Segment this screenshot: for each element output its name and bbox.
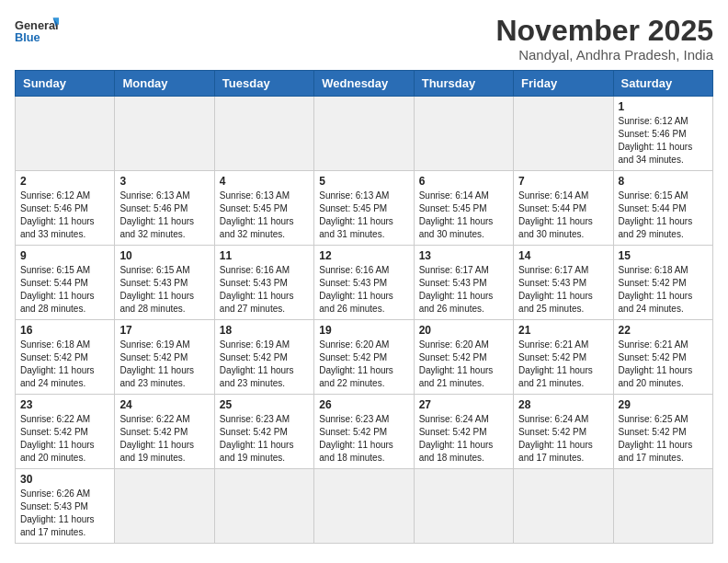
calendar-cell-4-3: 26Sunrise: 6:23 AMSunset: 5:42 PMDayligh… (314, 395, 414, 469)
day-number: 10 (119, 249, 209, 262)
calendar-cell-4-6: 29Sunrise: 6:25 AMSunset: 5:42 PMDayligh… (613, 395, 712, 469)
calendar-cell-4-1: 24Sunrise: 6:22 AMSunset: 5:42 PMDayligh… (115, 395, 214, 469)
calendar-cell-1-0: 2Sunrise: 6:12 AMSunset: 5:46 PMDaylight… (16, 171, 115, 246)
day-number: 21 (518, 324, 608, 337)
cell-info: Sunrise: 6:22 AMSunset: 5:42 PMDaylight:… (119, 413, 209, 465)
weekday-header-sunday: Sunday (16, 71, 115, 97)
calendar-week-4: 23Sunrise: 6:22 AMSunset: 5:42 PMDayligh… (16, 395, 713, 469)
calendar-cell-5-0: 30Sunrise: 6:26 AMSunset: 5:43 PMDayligh… (16, 469, 115, 544)
calendar-cell-0-5 (514, 97, 613, 171)
calendar-cell-2-3: 12Sunrise: 6:16 AMSunset: 5:43 PMDayligh… (314, 246, 414, 320)
calendar-cell-1-5: 7Sunrise: 6:14 AMSunset: 5:44 PMDaylight… (514, 171, 613, 246)
cell-info: Sunrise: 6:17 AMSunset: 5:43 PMDaylight:… (518, 264, 608, 316)
calendar-cell-5-1 (115, 469, 214, 544)
day-number: 8 (619, 175, 708, 188)
cell-info: Sunrise: 6:21 AMSunset: 5:42 PMDaylight:… (518, 339, 608, 390)
cell-info: Sunrise: 6:19 AMSunset: 5:42 PMDaylight:… (119, 339, 209, 390)
calendar-cell-1-1: 3Sunrise: 6:13 AMSunset: 5:46 PMDaylight… (115, 171, 214, 246)
title-block: November 2025 Nandyal, Andhra Pradesh, I… (495, 15, 713, 63)
day-number: 16 (20, 324, 109, 337)
weekday-header-monday: Monday (115, 71, 214, 97)
calendar-cell-4-4: 27Sunrise: 6:24 AMSunset: 5:42 PMDayligh… (414, 395, 513, 469)
calendar-cell-0-0 (16, 97, 115, 171)
day-number: 12 (319, 249, 408, 262)
day-number: 19 (319, 324, 408, 337)
cell-info: Sunrise: 6:14 AMSunset: 5:45 PMDaylight:… (419, 190, 508, 241)
cell-info: Sunrise: 6:18 AMSunset: 5:42 PMDaylight:… (619, 264, 708, 316)
calendar-week-3: 16Sunrise: 6:18 AMSunset: 5:42 PMDayligh… (16, 320, 713, 395)
calendar-cell-5-6 (613, 469, 712, 544)
cell-info: Sunrise: 6:13 AMSunset: 5:45 PMDaylight:… (220, 190, 309, 241)
cell-info: Sunrise: 6:16 AMSunset: 5:43 PMDaylight:… (220, 264, 309, 316)
cell-info: Sunrise: 6:20 AMSunset: 5:42 PMDaylight:… (419, 339, 508, 390)
day-number: 27 (419, 398, 508, 411)
cell-info: Sunrise: 6:15 AMSunset: 5:43 PMDaylight:… (119, 264, 209, 316)
cell-info: Sunrise: 6:14 AMSunset: 5:44 PMDaylight:… (518, 190, 608, 241)
day-number: 29 (619, 398, 708, 411)
cell-info: Sunrise: 6:23 AMSunset: 5:42 PMDaylight:… (319, 413, 408, 465)
weekday-header-tuesday: Tuesday (214, 71, 313, 97)
cell-info: Sunrise: 6:16 AMSunset: 5:43 PMDaylight:… (319, 264, 408, 316)
weekday-header-wednesday: Wednesday (314, 71, 414, 97)
day-number: 28 (518, 398, 608, 411)
weekday-header-row: SundayMondayTuesdayWednesdayThursdayFrid… (16, 71, 713, 97)
calendar-cell-3-0: 16Sunrise: 6:18 AMSunset: 5:42 PMDayligh… (16, 320, 115, 395)
day-number: 30 (20, 473, 109, 486)
day-number: 13 (419, 249, 508, 262)
day-number: 2 (20, 175, 109, 188)
month-title: November 2025 (495, 15, 713, 47)
logo-icon: General Blue (15, 15, 59, 48)
calendar-cell-2-5: 14Sunrise: 6:17 AMSunset: 5:43 PMDayligh… (514, 246, 613, 320)
cell-info: Sunrise: 6:18 AMSunset: 5:42 PMDaylight:… (20, 339, 109, 390)
cell-info: Sunrise: 6:12 AMSunset: 5:46 PMDaylight:… (619, 115, 708, 167)
calendar-cell-1-6: 8Sunrise: 6:15 AMSunset: 5:44 PMDaylight… (613, 171, 712, 246)
calendar-cell-1-4: 6Sunrise: 6:14 AMSunset: 5:45 PMDaylight… (414, 171, 513, 246)
calendar-cell-0-3 (314, 97, 414, 171)
weekday-header-friday: Friday (514, 71, 613, 97)
day-number: 17 (119, 324, 209, 337)
cell-info: Sunrise: 6:22 AMSunset: 5:42 PMDaylight:… (20, 413, 109, 465)
calendar-cell-0-4 (414, 97, 513, 171)
cell-info: Sunrise: 6:17 AMSunset: 5:43 PMDaylight:… (419, 264, 508, 316)
location: Nandyal, Andhra Pradesh, India (495, 47, 713, 63)
calendar-cell-5-3 (314, 469, 414, 544)
calendar-cell-5-5 (514, 469, 613, 544)
calendar-cell-1-2: 4Sunrise: 6:13 AMSunset: 5:45 PMDaylight… (214, 171, 313, 246)
day-number: 23 (20, 398, 109, 411)
calendar-body: 1Sunrise: 6:12 AMSunset: 5:46 PMDaylight… (16, 97, 713, 544)
calendar-cell-3-1: 17Sunrise: 6:19 AMSunset: 5:42 PMDayligh… (115, 320, 214, 395)
day-number: 24 (119, 398, 209, 411)
day-number: 4 (220, 175, 309, 188)
calendar-cell-2-2: 11Sunrise: 6:16 AMSunset: 5:43 PMDayligh… (214, 246, 313, 320)
calendar-cell-2-0: 9Sunrise: 6:15 AMSunset: 5:44 PMDaylight… (16, 246, 115, 320)
calendar-cell-0-1 (115, 97, 214, 171)
cell-info: Sunrise: 6:15 AMSunset: 5:44 PMDaylight:… (619, 190, 708, 241)
calendar-cell-2-6: 15Sunrise: 6:18 AMSunset: 5:42 PMDayligh… (613, 246, 712, 320)
calendar-cell-1-3: 5Sunrise: 6:13 AMSunset: 5:45 PMDaylight… (314, 171, 414, 246)
day-number: 7 (518, 175, 608, 188)
page-header: General Blue November 2025 Nandyal, Andh… (15, 15, 713, 63)
calendar-cell-4-0: 23Sunrise: 6:22 AMSunset: 5:42 PMDayligh… (16, 395, 115, 469)
cell-info: Sunrise: 6:24 AMSunset: 5:42 PMDaylight:… (518, 413, 608, 465)
cell-info: Sunrise: 6:26 AMSunset: 5:43 PMDaylight:… (20, 488, 109, 539)
cell-info: Sunrise: 6:19 AMSunset: 5:42 PMDaylight:… (220, 339, 309, 390)
calendar-cell-4-5: 28Sunrise: 6:24 AMSunset: 5:42 PMDayligh… (514, 395, 613, 469)
calendar-cell-5-2 (214, 469, 313, 544)
weekday-header-saturday: Saturday (613, 71, 712, 97)
day-number: 18 (220, 324, 309, 337)
day-number: 14 (518, 249, 608, 262)
calendar-cell-3-2: 18Sunrise: 6:19 AMSunset: 5:42 PMDayligh… (214, 320, 313, 395)
calendar-cell-2-1: 10Sunrise: 6:15 AMSunset: 5:43 PMDayligh… (115, 246, 214, 320)
day-number: 6 (419, 175, 508, 188)
calendar-cell-0-6: 1Sunrise: 6:12 AMSunset: 5:46 PMDaylight… (613, 97, 712, 171)
svg-text:Blue: Blue (15, 30, 40, 44)
calendar-table: SundayMondayTuesdayWednesdayThursdayFrid… (15, 70, 713, 544)
calendar-week-0: 1Sunrise: 6:12 AMSunset: 5:46 PMDaylight… (16, 97, 713, 171)
calendar-week-5: 30Sunrise: 6:26 AMSunset: 5:43 PMDayligh… (16, 469, 713, 544)
day-number: 11 (220, 249, 309, 262)
calendar-cell-3-5: 21Sunrise: 6:21 AMSunset: 5:42 PMDayligh… (514, 320, 613, 395)
cell-info: Sunrise: 6:15 AMSunset: 5:44 PMDaylight:… (20, 264, 109, 316)
day-number: 22 (619, 324, 708, 337)
calendar-cell-3-4: 20Sunrise: 6:20 AMSunset: 5:42 PMDayligh… (414, 320, 513, 395)
calendar-cell-3-6: 22Sunrise: 6:21 AMSunset: 5:42 PMDayligh… (613, 320, 712, 395)
